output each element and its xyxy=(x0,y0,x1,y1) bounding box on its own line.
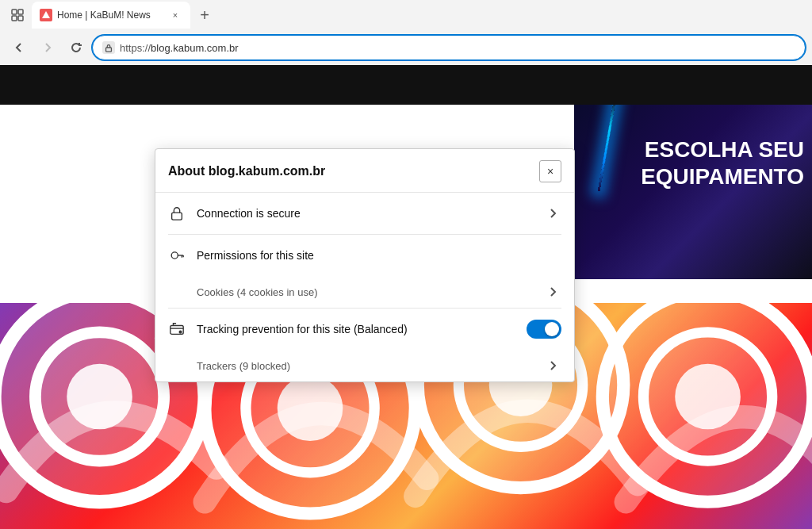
cookies-chevron-icon xyxy=(546,284,561,300)
tracking-label: Tracking prevention for this site (Balan… xyxy=(197,323,408,335)
connection-lock-icon xyxy=(168,205,186,222)
trackers-row[interactable]: Trackers (9 blocked) xyxy=(155,350,574,381)
tab-layout-button[interactable] xyxy=(6,4,29,26)
svg-rect-2 xyxy=(12,16,17,21)
tracking-label-container: Tracking prevention for this site (Balan… xyxy=(197,322,515,336)
website-header xyxy=(0,65,812,105)
permissions-label-container: Permissions for this site xyxy=(197,248,561,263)
popup-title: About blog.kabum.com.br xyxy=(168,164,325,178)
cookies-label: Cookies (4 cookies in use) xyxy=(197,286,534,298)
lock-icon xyxy=(102,41,115,54)
address-bar[interactable]: https://blog.kabum.com.br xyxy=(92,35,806,60)
tab-bar: Home | KaBuM! News × + xyxy=(0,0,812,30)
new-tab-button[interactable]: + xyxy=(193,4,216,26)
tracking-toggle[interactable] xyxy=(527,320,561,339)
dark-banner: ESCOLHA SEU EQUIPAMENTO xyxy=(574,105,812,279)
site-info-popup: About blog.kabum.com.br × Connection is … xyxy=(155,148,575,382)
tab-close-button[interactable]: × xyxy=(168,8,182,22)
address-text: https://blog.kabum.com.br xyxy=(120,42,795,54)
svg-point-20 xyxy=(171,252,178,259)
connection-label: Connection is secure xyxy=(197,207,301,220)
trackers-chevron-icon xyxy=(546,358,561,374)
svg-point-25 xyxy=(179,331,182,333)
tab-title: Home | KaBuM! News xyxy=(57,10,163,21)
permissions-key-icon xyxy=(168,247,186,264)
svg-marker-4 xyxy=(42,11,50,18)
permissions-row[interactable]: Permissions for this site xyxy=(155,235,574,276)
svg-rect-19 xyxy=(172,213,182,220)
popup-close-button[interactable]: × xyxy=(539,160,561,182)
banner-text: ESCOLHA SEU EQUIPAMENTO xyxy=(641,136,804,190)
tracking-icon xyxy=(168,320,186,338)
nav-bar: https://blog.kabum.com.br xyxy=(0,30,812,65)
svg-rect-5 xyxy=(106,48,112,52)
tab-favicon xyxy=(40,9,52,21)
connection-chevron-icon xyxy=(546,205,561,221)
popup-header: About blog.kabum.com.br × xyxy=(155,149,574,192)
page-content: ESCOLHA SEU EQUIPAMENTO FOR GAMERS ▾ E-S… xyxy=(0,65,812,529)
tracking-row[interactable]: Tracking prevention for this site (Balan… xyxy=(155,309,574,350)
connection-label-container: Connection is secure xyxy=(197,206,534,220)
svg-rect-0 xyxy=(12,10,17,14)
refresh-button[interactable] xyxy=(63,35,89,60)
browser-frame: Home | KaBuM! News × + xyxy=(0,0,812,529)
svg-rect-3 xyxy=(18,16,23,21)
address-domain: blog.kabum.com.br xyxy=(151,42,239,54)
permissions-label: Permissions for this site xyxy=(197,249,314,262)
trackers-label: Trackers (9 blocked) xyxy=(197,360,534,372)
cookies-row[interactable]: Cookies (4 cookies in use) xyxy=(155,276,574,308)
address-protocol: https:// xyxy=(120,42,151,54)
connection-row[interactable]: Connection is secure xyxy=(155,193,574,234)
svg-rect-1 xyxy=(18,10,23,14)
lightning-effect xyxy=(598,105,617,191)
back-button[interactable] xyxy=(6,35,32,60)
forward-button[interactable] xyxy=(35,35,60,60)
browser-tab[interactable]: Home | KaBuM! News × xyxy=(32,2,190,29)
